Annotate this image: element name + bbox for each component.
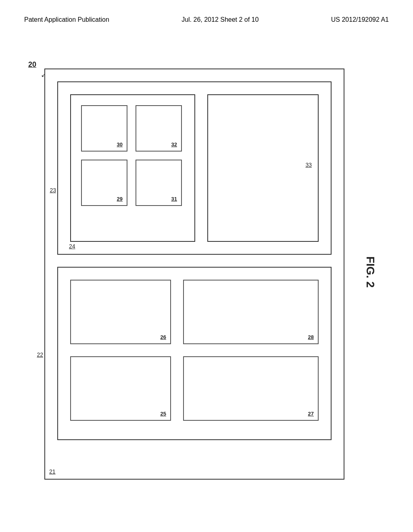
cell-26: 26 bbox=[70, 280, 171, 344]
outer-container-21: 23 24 30 32 29 bbox=[44, 69, 344, 480]
cell-27-label: 27 bbox=[308, 411, 314, 417]
cell-27: 27 bbox=[183, 356, 319, 421]
label-23: 23 bbox=[50, 187, 56, 193]
label-20: 20 bbox=[28, 60, 36, 69]
cell-28-label: 28 bbox=[308, 334, 314, 340]
cell-31: 31 bbox=[136, 160, 182, 206]
header-left: Patent Application Publication bbox=[24, 16, 109, 23]
cell-25: 25 bbox=[70, 356, 171, 421]
inner-right-33: 33 bbox=[207, 94, 319, 242]
label-33: 33 bbox=[305, 162, 312, 168]
label-21: 21 bbox=[49, 468, 56, 475]
cell-25-label: 25 bbox=[161, 411, 166, 417]
cell-30: 30 bbox=[81, 105, 127, 152]
label-24: 24 bbox=[69, 243, 75, 249]
cell-26-label: 26 bbox=[161, 334, 166, 340]
page-header: Patent Application Publication Jul. 26, … bbox=[24, 16, 389, 23]
inner-left-24: 24 30 32 29 31 bbox=[70, 94, 195, 242]
cell-28: 28 bbox=[183, 280, 319, 344]
header-right: US 2012/192092 A1 bbox=[331, 16, 389, 23]
cell-29: 29 bbox=[81, 160, 127, 206]
cell-31-label: 31 bbox=[171, 196, 177, 202]
diagram-area: 20 ↙ 23 24 30 32 bbox=[24, 44, 389, 500]
bottom-section-22: 26 28 25 27 bbox=[57, 267, 332, 440]
top-section-23: 23 24 30 32 29 bbox=[57, 81, 332, 255]
cell-30-label: 30 bbox=[117, 141, 123, 148]
fig-label: FIG. 2 bbox=[364, 256, 377, 288]
cell-29-label: 29 bbox=[117, 196, 123, 202]
cell-32-label: 32 bbox=[171, 141, 177, 148]
header-center: Jul. 26, 2012 Sheet 2 of 10 bbox=[181, 16, 259, 23]
cell-32: 32 bbox=[136, 105, 182, 152]
label-22: 22 bbox=[37, 351, 43, 358]
